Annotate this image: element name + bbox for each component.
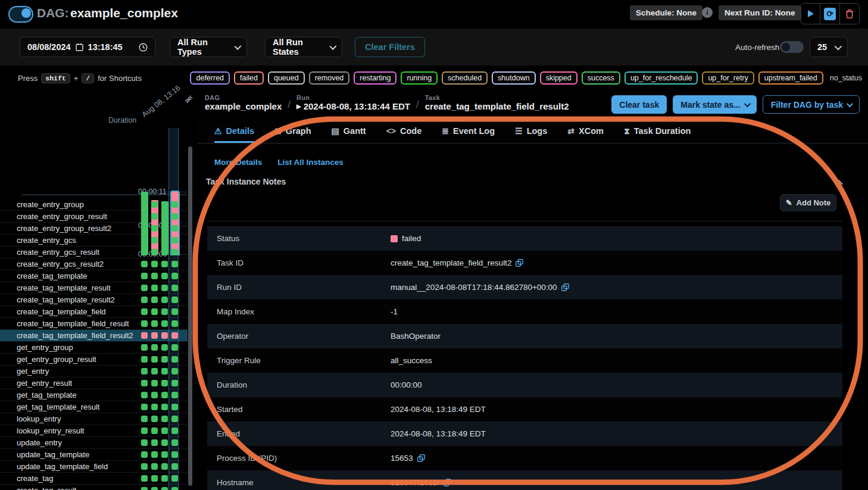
status-square[interactable]	[141, 320, 148, 327]
task-row[interactable]: create_tag	[0, 473, 188, 485]
link-more-details[interactable]: More Details	[214, 158, 262, 167]
tab-details[interactable]: ⚠Details	[214, 121, 254, 143]
delete-dag-button[interactable]	[840, 4, 859, 24]
status-square[interactable]	[141, 308, 148, 315]
task-row[interactable]: get_entry_result	[0, 377, 188, 389]
status-square[interactable]	[151, 439, 158, 446]
copy-icon[interactable]	[417, 454, 425, 462]
status-square[interactable]	[151, 344, 158, 351]
status-square[interactable]	[171, 439, 178, 446]
page-size-select[interactable]: 25	[810, 37, 848, 57]
status-square[interactable]	[161, 475, 168, 482]
status-square[interactable]	[141, 285, 148, 291]
status-square[interactable]	[141, 261, 148, 267]
status-square[interactable]	[151, 332, 158, 339]
status-badge-running[interactable]: running	[401, 71, 438, 85]
status-square[interactable]	[171, 273, 178, 279]
copy-icon[interactable]	[444, 479, 451, 486]
status-square[interactable]	[151, 297, 158, 303]
status-square[interactable]	[161, 439, 168, 446]
status-square[interactable]	[151, 368, 158, 374]
task-row[interactable]: create_entry_gcs_result	[0, 246, 188, 258]
trigger-dag-button[interactable]	[801, 4, 820, 24]
clear-filters-button[interactable]: Clear Filters	[355, 37, 425, 57]
status-square[interactable]	[161, 261, 168, 267]
tab-xcom[interactable]: ⇄XCom	[567, 121, 604, 143]
task-row[interactable]: get_tag_template	[0, 389, 188, 401]
run-states-select[interactable]: All Run States	[265, 37, 342, 57]
status-square[interactable]	[161, 332, 168, 339]
status-square[interactable]	[141, 201, 148, 208]
run-types-select[interactable]: All Run Types	[170, 37, 247, 57]
status-square[interactable]	[161, 392, 168, 398]
status-square[interactable]	[171, 249, 178, 255]
status-square[interactable]	[161, 249, 168, 255]
tab-event-log[interactable]: ≣Event Log	[442, 121, 495, 143]
status-square[interactable]	[171, 213, 178, 220]
status-square[interactable]	[171, 344, 178, 351]
status-square[interactable]	[161, 237, 168, 244]
status-square[interactable]	[151, 213, 158, 220]
task-row[interactable]: create_tag_template_result2	[0, 294, 188, 306]
status-square[interactable]	[141, 463, 148, 470]
task-row[interactable]: lookup_entry_result	[0, 425, 188, 437]
copy-icon[interactable]	[516, 259, 523, 267]
status-square[interactable]	[171, 380, 178, 386]
status-square[interactable]	[151, 261, 158, 267]
grid-scrollbar-thumb[interactable]	[188, 146, 192, 486]
status-square[interactable]	[171, 308, 178, 315]
auto-refresh-toggle[interactable]	[780, 41, 804, 53]
status-square[interactable]	[161, 308, 168, 315]
date-time-filter[interactable]: 08/08/2024 13:18:45	[20, 37, 155, 57]
tab-gantt[interactable]: ▤Gantt	[332, 121, 366, 143]
status-square[interactable]	[151, 237, 158, 244]
status-square[interactable]	[171, 416, 178, 422]
status-square[interactable]	[171, 463, 178, 470]
status-square[interactable]	[141, 487, 148, 490]
status-square[interactable]	[171, 451, 178, 458]
status-badge-restarting[interactable]: restarting	[354, 71, 396, 85]
status-square[interactable]	[141, 344, 148, 351]
status-badge-up-for-reschedule[interactable]: up_for_reschedule	[625, 71, 698, 85]
reparse-dag-button[interactable]: ⟳	[820, 4, 840, 24]
status-square[interactable]	[171, 285, 178, 291]
status-square[interactable]	[141, 249, 148, 255]
filter-dag-by-task-button[interactable]: Filter DAG by task	[763, 95, 860, 114]
task-row[interactable]: create_entry_group_result2	[0, 223, 188, 235]
status-square[interactable]	[141, 416, 148, 422]
status-badge-deferred[interactable]: deferred	[190, 71, 230, 85]
status-square[interactable]	[161, 380, 168, 386]
task-row[interactable]: create_tag_template_field_result	[0, 318, 188, 330]
status-square[interactable]	[141, 297, 148, 303]
task-row[interactable]: update_entry	[0, 437, 188, 449]
link-list-all-instances[interactable]: List All Instances	[277, 158, 344, 167]
task-row[interactable]: create_entry_gcs	[0, 235, 188, 246]
status-square[interactable]	[161, 368, 168, 374]
status-square[interactable]	[161, 416, 168, 422]
copy-icon[interactable]	[561, 283, 569, 291]
status-square[interactable]	[151, 392, 158, 398]
collapse-grid-icon[interactable]: »«	[180, 91, 195, 106]
tab-task-duration[interactable]: ⧗Task Duration	[624, 121, 691, 143]
status-square[interactable]	[141, 368, 148, 374]
status-square[interactable]	[141, 392, 148, 398]
status-badge-failed[interactable]: failed	[234, 71, 264, 85]
status-square[interactable]	[141, 213, 148, 220]
status-square[interactable]	[141, 237, 148, 244]
dag-pause-toggle[interactable]	[8, 6, 33, 23]
task-row[interactable]: get_entry	[0, 366, 188, 377]
status-square[interactable]	[171, 356, 178, 363]
status-square[interactable]	[141, 427, 148, 434]
status-badge-scheduled[interactable]: scheduled	[442, 71, 488, 85]
status-square[interactable]	[151, 225, 158, 232]
status-square[interactable]	[141, 332, 148, 339]
status-square[interactable]	[141, 380, 148, 386]
task-row[interactable]: create_tag_template	[0, 270, 188, 282]
status-square[interactable]	[161, 427, 168, 434]
status-square[interactable]	[151, 380, 158, 386]
status-square[interactable]	[161, 273, 168, 279]
task-row[interactable]: create_tag_template_field_result2	[0, 330, 188, 342]
status-square[interactable]	[161, 356, 168, 363]
task-row[interactable]: update_tag_template	[0, 449, 188, 461]
status-square[interactable]	[171, 297, 178, 303]
